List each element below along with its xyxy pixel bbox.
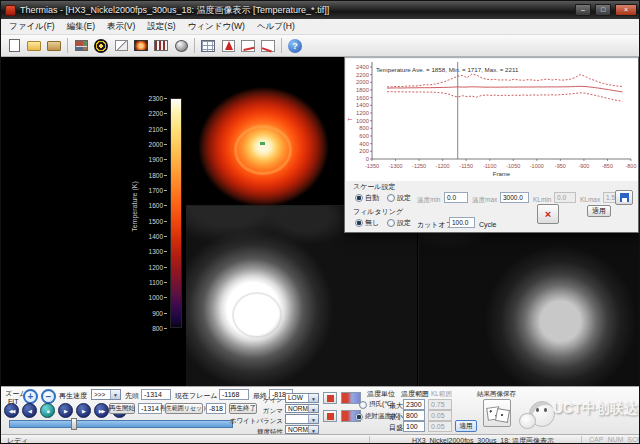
app-icon xyxy=(5,5,16,16)
temp-max-input[interactable]: 3000.0 xyxy=(500,192,529,203)
colorbar-tick: 1500 xyxy=(135,218,167,225)
tile-view-icon[interactable] xyxy=(71,37,91,55)
menu-help[interactable]: ヘルプ(H) xyxy=(251,19,301,35)
filter-disable-button[interactable]: × xyxy=(537,204,559,224)
temp-apply-button[interactable]: 適用 xyxy=(455,420,477,432)
stop-button[interactable]: ■ xyxy=(40,403,55,418)
marker-color-button-1[interactable] xyxy=(323,392,337,404)
frame-slider-track[interactable] xyxy=(9,420,233,428)
target-icon[interactable] xyxy=(91,37,111,55)
svg-text:-950: -950 xyxy=(555,163,566,169)
colorbar-tick: 1600 xyxy=(135,202,167,209)
step-back-button[interactable]: ◀ xyxy=(22,403,37,418)
gain-dropdown[interactable]: LOW▼ xyxy=(285,393,319,403)
zoom-out-button[interactable]: − xyxy=(41,389,56,404)
zoom-in-button[interactable]: + xyxy=(23,389,38,404)
temp-min-value[interactable]: 800 xyxy=(403,410,425,421)
play-start-button[interactable]: 再生開始 xyxy=(109,403,135,414)
gamma-dropdown[interactable]: NORMAL▼ xyxy=(285,404,319,414)
current-frame-label: 現在フレーム xyxy=(175,391,218,400)
line-chart-icon[interactable] xyxy=(258,37,278,55)
white-balance-dropdown[interactable]: ▼ xyxy=(285,414,319,424)
kl-max-value[interactable]: 0.75 xyxy=(428,399,452,410)
marker-color-button-2[interactable] xyxy=(323,410,337,422)
range-reset-button[interactable]: 再生範囲リセット xyxy=(165,403,203,414)
cutoff-label: カットオフ xyxy=(417,220,453,229)
minimize-button[interactable]: – xyxy=(575,4,591,16)
menu-settings[interactable]: 設定(S) xyxy=(141,19,181,35)
first-frame-label: 先頭 xyxy=(125,391,139,400)
fast-forward-button[interactable]: ▶▶ xyxy=(94,403,109,418)
kl-min-input[interactable]: 0.0 xyxy=(554,192,576,203)
kl-min-value[interactable]: 0.05 xyxy=(428,410,452,421)
time-graph-icon[interactable] xyxy=(238,37,258,55)
temp-max-value[interactable]: 2300 xyxy=(403,399,425,410)
time-series-graph-window: 時系列グラフ × 0200400600800100012001400160018… xyxy=(344,41,639,233)
filter-set-radio[interactable]: 設定 xyxy=(387,218,411,228)
scale-apply-button[interactable]: 適用 xyxy=(587,205,611,217)
temp-step-value[interactable]: 100 xyxy=(403,421,425,432)
kl-step-value[interactable]: 0.05 xyxy=(428,421,452,432)
table-icon[interactable] xyxy=(198,37,218,55)
white-balance-label: ホワイトバランス xyxy=(223,416,283,425)
svg-text:-800: -800 xyxy=(625,163,636,169)
play-start-value[interactable]: -1314 xyxy=(138,403,162,414)
graph-save-button[interactable] xyxy=(615,190,633,205)
chevron-down-icon: ▼ xyxy=(308,394,318,402)
temp-min-input[interactable]: 0.0 xyxy=(444,192,468,203)
chevron-down-icon: ▼ xyxy=(308,415,318,423)
thermal-image-icon[interactable] xyxy=(131,37,151,55)
save-folder-icon[interactable] xyxy=(44,37,64,55)
luminance-dropdown[interactable]: NORMAL▼ xyxy=(285,425,319,435)
save-result-button[interactable] xyxy=(483,399,511,427)
colormap-button-1[interactable] xyxy=(341,392,361,404)
scale-set-radio[interactable]: 設定 xyxy=(387,193,411,203)
colorbar-tick: 1700 xyxy=(135,187,167,194)
rewind-button[interactable]: ◀◀ xyxy=(4,403,19,418)
maximize-button[interactable]: □ xyxy=(595,4,611,16)
colorbar-tick: 2000 xyxy=(135,141,167,148)
kl-min-label: KLmin xyxy=(533,195,551,204)
menu-view[interactable]: 表示(V) xyxy=(101,19,141,35)
colorbar-tick: 2200 xyxy=(135,110,167,117)
first-frame-value[interactable]: -1314 xyxy=(141,389,171,400)
svg-text:Temperature Ave. = 1858, Min.: Temperature Ave. = 1858, Min. = 1717, Ma… xyxy=(376,66,519,73)
new-file-icon[interactable] xyxy=(4,37,24,55)
step-forward-button[interactable]: ▶ xyxy=(76,403,91,418)
svg-text:-1100: -1100 xyxy=(483,163,497,169)
svg-text:200: 200 xyxy=(359,148,369,154)
temp-unit-label: 温度単位 xyxy=(367,389,395,398)
time-series-chart: 0200400600800100012001400160018002000220… xyxy=(346,59,639,181)
control-panel: ズーム FIT + − 再生速度 >>>▼ 先頭 -1314 現在フレーム -1… xyxy=(1,386,640,434)
pattern-icon[interactable] xyxy=(151,37,171,55)
speed-dropdown[interactable]: >>>▼ xyxy=(91,389,121,400)
scale-auto-radio[interactable]: 自動 xyxy=(355,193,379,203)
colorbar-label: Temperature (K) xyxy=(131,162,138,252)
play-button[interactable]: ▶ xyxy=(58,403,73,418)
histogram-icon[interactable] xyxy=(218,37,238,55)
open-folder-icon[interactable] xyxy=(24,37,44,55)
cutoff-input[interactable]: 100.0 xyxy=(449,217,475,228)
close-button[interactable]: × xyxy=(615,4,637,16)
menu-bar: ファイル(F)編集(E)表示(V)設定(S)ウィンドウ(W)ヘルプ(H) xyxy=(1,19,640,35)
colorbar-ticks: 2300220021002000190018001700160015001400… xyxy=(135,98,167,336)
svg-text:1800: 1800 xyxy=(356,87,369,93)
menu-window[interactable]: ウィンドウ(W) xyxy=(182,19,251,35)
filtering-title: フィルタリング xyxy=(353,207,403,216)
frame-slider-thumb[interactable] xyxy=(71,418,77,430)
temp-max-label: 最大 xyxy=(389,401,403,410)
status-cap: CAP xyxy=(589,436,603,443)
svg-text:-1000: -1000 xyxy=(530,163,544,169)
temperature-colorbar xyxy=(170,98,182,328)
svg-text:0: 0 xyxy=(366,156,369,162)
chevron-down-icon: ▼ xyxy=(308,405,318,413)
filter-none-radio[interactable]: 無し xyxy=(355,218,379,228)
toolbar-separator xyxy=(194,38,195,53)
profile-chart-icon[interactable] xyxy=(111,37,131,55)
sphere-icon[interactable] xyxy=(171,37,191,55)
help-icon[interactable] xyxy=(285,37,305,55)
menu-edit[interactable]: 編集(E) xyxy=(61,19,101,35)
toolbar xyxy=(1,35,640,57)
menu-file[interactable]: ファイル(F) xyxy=(3,19,61,35)
colorbar-tick: 1400 xyxy=(135,233,167,240)
